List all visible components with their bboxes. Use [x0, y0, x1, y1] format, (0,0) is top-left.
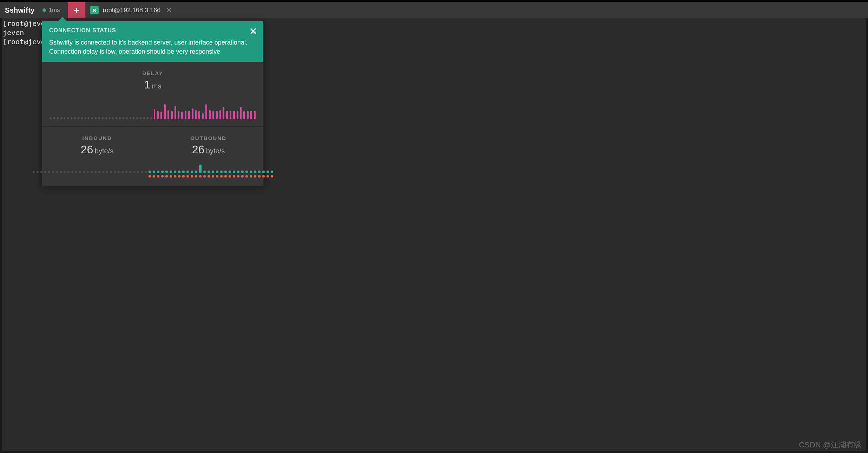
- close-tab-button[interactable]: ✕: [165, 6, 173, 14]
- outbound-value: 26: [192, 143, 205, 156]
- session-tab[interactable]: S root@192.168.3.166 ✕: [85, 2, 179, 18]
- delay-label: DELAY: [48, 70, 257, 76]
- status-dot-icon: [42, 8, 46, 12]
- connection-status-popover: CONNECTION STATUS Sshwifty is connected …: [42, 21, 263, 186]
- app-header: Sshwifty 1ms + S root@192.168.3.166 ✕: [0, 2, 868, 18]
- popover-header: CONNECTION STATUS Sshwifty is connected …: [42, 21, 263, 62]
- connection-status-pill[interactable]: 1ms: [41, 7, 68, 14]
- popover-close-button[interactable]: ✕: [249, 26, 257, 37]
- tab-title: root@192.168.3.166: [103, 7, 160, 14]
- traffic-metric: INBOUND 26 byte/s OUTBOUND 26 byte/s: [42, 127, 263, 186]
- inbound-unit: byte/s: [95, 147, 113, 155]
- inbound-value: 26: [81, 143, 93, 156]
- popover-title: CONNECTION STATUS: [49, 27, 256, 34]
- new-connection-button[interactable]: +: [68, 2, 85, 18]
- traffic-sparkline-chart: [48, 165, 257, 179]
- outbound-label: OUTBOUND: [160, 135, 257, 141]
- status-latency-text: 1ms: [49, 7, 60, 14]
- metrics-panel: DELAY 1 ms INBOUND 26 byte/s OUTBOUND: [42, 62, 263, 186]
- popover-description: Sshwifty is connected to it's backend se…: [49, 38, 256, 56]
- delay-sparkline-chart: [48, 100, 257, 119]
- delay-metric: DELAY 1 ms: [42, 62, 263, 127]
- plus-icon: +: [74, 5, 79, 16]
- delay-unit: ms: [152, 82, 162, 90]
- outbound-unit: byte/s: [206, 147, 225, 155]
- app-brand: Sshwifty: [0, 6, 41, 14]
- watermark-text: CSDN @江湖有缘: [799, 440, 862, 450]
- ssh-icon: S: [90, 6, 99, 14]
- inbound-label: INBOUND: [48, 135, 146, 141]
- delay-value: 1: [144, 78, 151, 91]
